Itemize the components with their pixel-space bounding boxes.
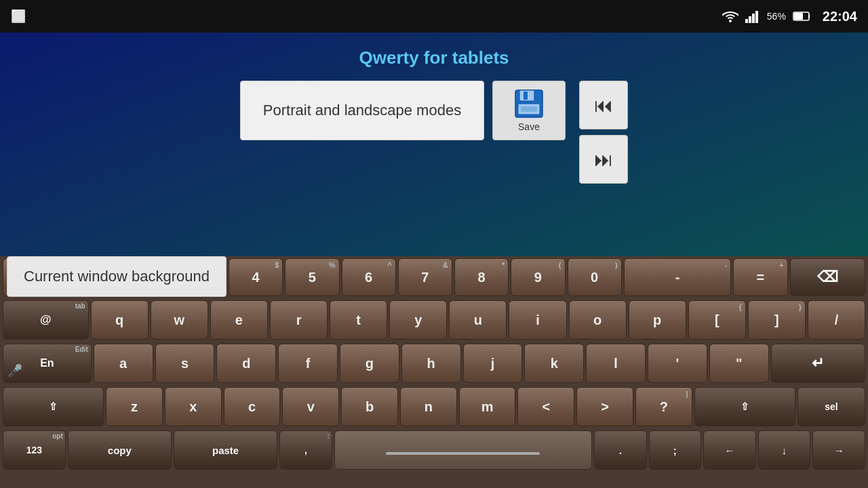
key-g[interactable]: g bbox=[340, 344, 399, 383]
svg-rect-8 bbox=[524, 92, 528, 100]
key-x[interactable]: x bbox=[165, 387, 222, 426]
key-at[interactable]: @tab bbox=[3, 300, 89, 340]
key-en[interactable]: EnEdit🎤 bbox=[3, 344, 92, 383]
key-y[interactable]: y bbox=[389, 300, 447, 340]
key-comma[interactable]: ,: bbox=[279, 430, 332, 470]
key-d[interactable]: d bbox=[216, 344, 276, 383]
key-minus[interactable]: -- bbox=[624, 258, 732, 296]
key-period[interactable]: . bbox=[594, 430, 647, 470]
key-s[interactable]: s bbox=[155, 344, 215, 383]
key-copy[interactable]: copy bbox=[68, 430, 172, 470]
keyboard-row-3: EnEdit🎤 a s d f g h j k l ' " ↵ bbox=[0, 342, 868, 385]
status-bar: ⬜ 56% 22:04 bbox=[0, 0, 868, 33]
key-4[interactable]: 4$ bbox=[229, 258, 283, 296]
key-v[interactable]: v bbox=[282, 387, 339, 426]
window-background-label: Current window background bbox=[7, 256, 226, 297]
forward-button[interactable]: ⏭ bbox=[579, 135, 628, 184]
key-o[interactable]: o bbox=[569, 300, 627, 340]
key-r[interactable]: r bbox=[270, 300, 328, 340]
camera-icon: ⬜ bbox=[11, 9, 26, 24]
key-k[interactable]: k bbox=[524, 344, 584, 383]
app-area: Qwerty for tablets Portrait and landscap… bbox=[0, 33, 868, 256]
key-w[interactable]: w bbox=[151, 300, 208, 340]
svg-rect-3 bbox=[755, 11, 758, 23]
portrait-landscape-button[interactable]: Portrait and landscape modes bbox=[240, 81, 484, 140]
status-time: 22:04 bbox=[823, 9, 857, 24]
key-lbracket[interactable]: [{ bbox=[688, 300, 746, 340]
svg-rect-2 bbox=[752, 14, 755, 23]
save-label: Save bbox=[518, 121, 540, 132]
key-m[interactable]: m bbox=[459, 387, 516, 426]
key-j[interactable]: j bbox=[463, 344, 523, 383]
nav-buttons: ⏮ ⏭ bbox=[579, 81, 628, 184]
key-semicolon[interactable]: ; bbox=[649, 430, 702, 470]
rewind-button[interactable]: ⏮ bbox=[579, 81, 628, 129]
key-5[interactable]: 5% bbox=[285, 258, 339, 296]
key-c[interactable]: c bbox=[224, 387, 281, 426]
key-n[interactable]: n bbox=[400, 387, 457, 426]
keyboard-row-5: 123opt copy paste ,: . ; ← ↓ → bbox=[0, 428, 868, 472]
key-z[interactable]: z bbox=[106, 387, 163, 426]
key-0[interactable]: 0) bbox=[568, 258, 622, 296]
key-7[interactable]: 7& bbox=[398, 258, 452, 296]
key-shift-right[interactable]: ⇧ bbox=[694, 387, 795, 426]
svg-rect-0 bbox=[745, 19, 748, 23]
key-backspace[interactable]: ⌫ bbox=[790, 258, 866, 296]
key-e[interactable]: e bbox=[210, 300, 268, 340]
battery-icon bbox=[793, 10, 812, 22]
key-lt[interactable]: < bbox=[517, 387, 574, 426]
key-a[interactable]: a bbox=[94, 344, 153, 383]
key-rbracket[interactable]: ]} bbox=[748, 300, 806, 340]
key-i[interactable]: i bbox=[509, 300, 566, 340]
svg-rect-10 bbox=[521, 106, 537, 112]
key-l[interactable]: l bbox=[586, 344, 646, 383]
key-slash[interactable]: / bbox=[808, 300, 865, 340]
key-sel[interactable]: sel bbox=[797, 387, 865, 426]
key-enter[interactable]: ↵ bbox=[771, 344, 865, 383]
controls-row: Portrait and landscape modes Save ⏮ ⏭ bbox=[0, 81, 868, 184]
key-6[interactable]: 6^ bbox=[342, 258, 396, 296]
key-question[interactable]: ?| bbox=[635, 387, 692, 426]
keyboard-row-4: ⇧ z x c v b n m < > ?| ⇧ sel bbox=[0, 385, 868, 428]
key-paste[interactable]: paste bbox=[174, 430, 277, 470]
key-t[interactable]: t bbox=[330, 300, 387, 340]
battery-text: 56% bbox=[767, 11, 786, 22]
key-apostrophe[interactable]: ' bbox=[648, 344, 707, 383]
key-arrow-right[interactable]: → bbox=[812, 430, 865, 470]
key-u[interactable]: u bbox=[449, 300, 507, 340]
key-arrow-down[interactable]: ↓ bbox=[758, 430, 811, 470]
floppy-icon bbox=[514, 89, 544, 119]
key-quote[interactable]: " bbox=[709, 344, 769, 383]
key-f[interactable]: f bbox=[278, 344, 338, 383]
app-title: Qwerty for tablets bbox=[0, 33, 868, 81]
key-space[interactable] bbox=[334, 430, 592, 470]
key-arrow-left[interactable]: ← bbox=[703, 430, 756, 470]
key-p[interactable]: p bbox=[629, 300, 686, 340]
keyboard-row-2: @tab q w e r t y u i o p [{ ]} / bbox=[0, 298, 868, 342]
key-h[interactable]: h bbox=[401, 344, 461, 383]
svg-rect-1 bbox=[749, 16, 751, 23]
key-9[interactable]: 9( bbox=[511, 258, 565, 296]
signal-icon bbox=[745, 9, 760, 23]
key-123[interactable]: 123opt bbox=[3, 430, 66, 470]
key-8[interactable]: 8* bbox=[454, 258, 509, 296]
wifi-icon bbox=[722, 9, 738, 23]
svg-rect-5 bbox=[794, 13, 803, 20]
key-gt[interactable]: > bbox=[576, 387, 633, 426]
save-button[interactable]: Save bbox=[492, 81, 566, 140]
key-shift-left[interactable]: ⇧ bbox=[3, 387, 104, 426]
key-b[interactable]: b bbox=[341, 387, 398, 426]
key-equals[interactable]: =+ bbox=[733, 258, 787, 296]
key-q[interactable]: q bbox=[91, 300, 149, 340]
